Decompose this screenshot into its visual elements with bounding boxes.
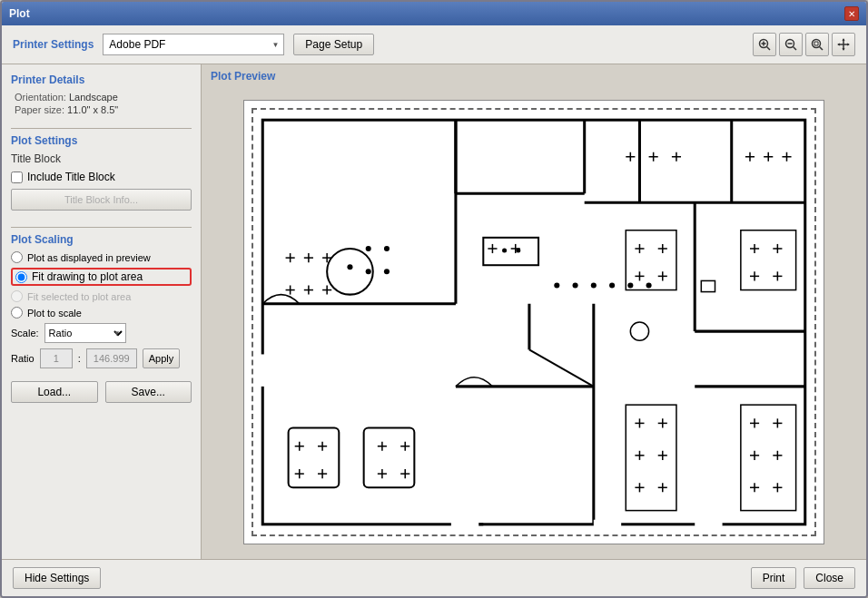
divider-2 [11, 227, 192, 228]
svg-point-35 [347, 264, 352, 270]
top-bar: Printer Settings Adobe PDF Page Setup [2, 25, 866, 64]
divider-1 [11, 128, 192, 129]
svg-point-143 [591, 282, 597, 288]
bottom-right-buttons: Print Close [751, 567, 855, 589]
svg-point-36 [366, 245, 371, 250]
paper-size-value: 11.0" x 8.5" [67, 104, 118, 115]
svg-point-141 [554, 282, 559, 288]
page-setup-button[interactable]: Page Setup [293, 34, 374, 55]
ratio-label: Ratio [11, 353, 35, 364]
plot-scaling-section: Plot Scaling Plot as displayed in previe… [11, 233, 192, 368]
svg-point-127 [502, 248, 507, 252]
preview-canvas [202, 84, 866, 559]
paper-size-label: Paper size: [15, 104, 64, 115]
orientation-value: Landscape [69, 92, 118, 103]
radio-preview-row: Plot as displayed in preview [11, 251, 192, 263]
printer-details-title: Printer Details [11, 74, 192, 86]
svg-point-142 [573, 282, 578, 288]
orientation-row: Orientation: Landscape [11, 92, 192, 103]
title-block-info-button[interactable]: Title Block Info... [11, 189, 192, 211]
close-button[interactable]: Close [804, 567, 855, 589]
svg-point-38 [366, 269, 371, 274]
save-button[interactable]: Save... [105, 381, 192, 403]
zoom-in-button[interactable] [753, 33, 776, 56]
scale-select[interactable]: Ratio 1:1 1:2 2:1 [44, 323, 126, 343]
printer-details-section: Printer Details Orientation: Landscape P… [11, 74, 192, 115]
orientation-label: Orientation: [15, 92, 66, 103]
bottom-bar: Hide Settings Print Close [2, 559, 866, 596]
sidebar: Printer Details Orientation: Landscape P… [2, 64, 202, 559]
include-title-block-label: Include Title Block [27, 171, 115, 183]
svg-point-144 [609, 282, 615, 288]
scale-row: Scale: Ratio 1:1 1:2 2:1 [11, 323, 192, 343]
svg-marker-17 [837, 44, 840, 46]
paper-size-row: Paper size: 11.0" x 8.5" [11, 104, 192, 115]
radio-fit-row: Fit drawing to plot area [11, 268, 192, 286]
svg-point-37 [384, 245, 390, 250]
pan-button[interactable] [832, 33, 855, 56]
ratio-input-1[interactable] [40, 348, 73, 368]
zoom-controls [753, 33, 855, 56]
title-block-subtitle: Title Block [11, 152, 192, 165]
ratio-input-2[interactable] [86, 348, 137, 368]
print-button[interactable]: Print [751, 567, 797, 589]
svg-point-128 [516, 248, 520, 252]
svg-line-1 [767, 47, 771, 51]
svg-rect-147 [594, 519, 621, 526]
load-button[interactable]: Load... [11, 381, 98, 403]
radio-preview[interactable] [11, 251, 23, 263]
svg-marker-18 [847, 44, 850, 46]
apply-button[interactable]: Apply [143, 348, 181, 368]
include-title-block-row: Include Title Block [11, 171, 192, 183]
printer-settings-title: Printer Settings [13, 38, 94, 51]
scale-label: Scale: [11, 328, 39, 338]
load-save-row: Load... Save... [11, 381, 192, 403]
floor-plan-svg [244, 101, 824, 544]
window-title: Plot [9, 7, 30, 20]
title-bar: Plot ✕ [2, 2, 866, 25]
svg-point-7 [813, 40, 821, 48]
radio-fit-label: Fit drawing to plot area [32, 270, 143, 283]
radio-fit-selected-label: Fit selected to plot area [27, 291, 131, 302]
svg-point-146 [646, 282, 652, 288]
include-title-block-checkbox[interactable] [11, 172, 23, 183]
svg-rect-140 [701, 280, 715, 291]
preview-area: Plot Preview [202, 64, 866, 559]
plot-scaling-title: Plot Scaling [11, 233, 192, 246]
printer-select-wrapper: Adobe PDF [103, 34, 284, 55]
svg-marker-16 [843, 48, 845, 51]
plot-settings-title: Plot Settings [11, 134, 192, 147]
hide-settings-button[interactable]: Hide Settings [13, 567, 101, 589]
ratio-separator: : [78, 353, 81, 364]
zoom-extents-button[interactable] [805, 33, 829, 56]
radio-fit[interactable] [15, 271, 27, 283]
plot-preview-label: Plot Preview [202, 64, 866, 84]
svg-point-39 [384, 269, 390, 274]
scale-select-wrapper: Ratio 1:1 1:2 2:1 [44, 323, 126, 343]
zoom-out-button[interactable] [779, 33, 803, 56]
ratio-row: Ratio : Apply [11, 348, 192, 368]
radio-scale-row: Plot to scale [11, 307, 192, 319]
plot-window: Plot ✕ Printer Settings Adobe PDF Page S… [0, 0, 868, 598]
radio-scale-label: Plot to scale [27, 308, 82, 319]
radio-preview-label: Plot as displayed in preview [27, 252, 151, 263]
plot-settings-section: Plot Settings Title Block Include Title … [11, 134, 192, 214]
svg-marker-15 [843, 38, 845, 41]
close-window-button[interactable]: ✕ [844, 6, 859, 21]
svg-line-8 [820, 47, 824, 51]
radio-fit-selected[interactable] [11, 290, 23, 302]
svg-rect-148 [695, 519, 722, 526]
radio-fit-selected-row: Fit selected to plot area [11, 290, 192, 302]
radio-fit-highlighted: Fit drawing to plot area [11, 268, 192, 286]
main-area: Printer Details Orientation: Landscape P… [2, 64, 866, 559]
svg-line-5 [794, 47, 797, 51]
floor-plan-container [243, 100, 824, 544]
svg-rect-19 [262, 120, 804, 524]
printer-select[interactable]: Adobe PDF [103, 34, 284, 55]
svg-point-145 [627, 282, 633, 288]
radio-scale[interactable] [11, 307, 23, 319]
svg-rect-149 [451, 519, 478, 526]
svg-rect-150 [258, 354, 265, 386]
